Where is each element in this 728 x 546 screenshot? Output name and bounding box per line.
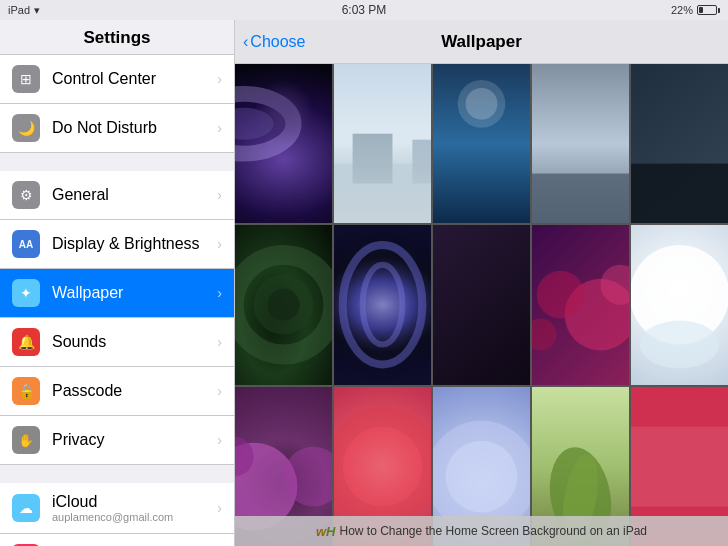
icloud-label-group: iCloud auplamenco@gmail.com xyxy=(52,493,217,523)
sidebar-label-general: General xyxy=(52,186,217,204)
svg-point-10 xyxy=(466,88,498,120)
wiki-h: H xyxy=(326,524,335,539)
svg-point-17 xyxy=(268,289,300,321)
chevron-icon: › xyxy=(217,383,222,399)
wallpaper-cell-4[interactable] xyxy=(532,64,629,223)
wallpaper-icon: ✦ xyxy=(12,279,40,307)
section-divider-1 xyxy=(0,153,234,171)
chevron-icon: › xyxy=(217,187,222,203)
svg-point-2 xyxy=(235,108,274,140)
back-label: Choose xyxy=(250,33,305,51)
sidebar-list: ⊞ Control Center › 🌙 Do Not Disturb › ⚙ … xyxy=(0,55,234,546)
detail-title: Wallpaper xyxy=(441,32,522,52)
sidebar-item-display[interactable]: AA Display & Brightness › xyxy=(0,220,234,269)
chevron-icon: › xyxy=(217,285,222,301)
sidebar-item-dnd[interactable]: 🌙 Do Not Disturb › xyxy=(0,104,234,153)
sidebar-label-privacy: Privacy xyxy=(52,431,217,449)
svg-rect-21 xyxy=(433,225,530,384)
chevron-icon: › xyxy=(217,71,222,87)
sidebar-label-sounds: Sounds xyxy=(52,333,217,351)
sidebar-label-icloud: iCloud xyxy=(52,493,217,511)
svg-rect-3 xyxy=(334,64,431,223)
status-right: 22% xyxy=(671,4,720,16)
dnd-icon: 🌙 xyxy=(12,114,40,142)
wiki-w: w xyxy=(316,524,326,539)
sidebar-item-privacy[interactable]: ✋ Privacy › xyxy=(0,416,234,465)
chevron-icon: › xyxy=(217,500,222,516)
wallpaper-cell-1[interactable] xyxy=(235,64,332,223)
privacy-icon: ✋ xyxy=(12,426,40,454)
svg-point-34 xyxy=(446,440,518,512)
detail-header: ‹ Choose Wallpaper xyxy=(235,20,728,64)
svg-rect-14 xyxy=(631,164,728,224)
wallpaper-cell-6[interactable] xyxy=(235,225,332,384)
control-center-icon: ⊞ xyxy=(12,65,40,93)
svg-rect-4 xyxy=(334,164,431,224)
general-icon: ⚙ xyxy=(12,181,40,209)
sidebar-header: Settings xyxy=(0,20,234,55)
sidebar-title: Settings xyxy=(83,28,150,47)
sidebar-label-wallpaper: Wallpaper xyxy=(52,284,217,302)
sidebar-label-passcode: Passcode xyxy=(52,382,217,400)
sidebar-item-control-center[interactable]: ⊞ Control Center › xyxy=(0,55,234,104)
chevron-icon: › xyxy=(217,120,222,136)
sidebar-label-control-center: Control Center xyxy=(52,70,217,88)
wallpaper-cell-10[interactable] xyxy=(631,225,728,384)
wiki-logo: wH xyxy=(316,524,336,539)
back-chevron-icon: ‹ xyxy=(243,33,248,51)
sounds-icon: 🔔 xyxy=(12,328,40,356)
svg-rect-38 xyxy=(631,426,728,506)
wallpaper-cell-2[interactable] xyxy=(334,64,431,223)
sidebar-item-icloud[interactable]: ☁ iCloud auplamenco@gmail.com › xyxy=(0,483,234,534)
wifi-icon: ▾ xyxy=(34,4,40,17)
chevron-icon: › xyxy=(217,236,222,252)
icloud-icon: ☁ xyxy=(12,494,40,522)
wallpaper-cell-3[interactable] xyxy=(433,64,530,223)
sidebar-item-itunes[interactable]: ♫ iTunes & App Store › xyxy=(0,534,234,546)
wallpaper-cell-8[interactable] xyxy=(433,225,530,384)
detail-panel: ‹ Choose Wallpaper xyxy=(235,20,728,546)
wallpaper-cell-5[interactable] xyxy=(631,64,728,223)
chevron-icon: › xyxy=(217,334,222,350)
watermark-text: How to Change the Home Screen Background… xyxy=(339,524,647,538)
wallpaper-cell-7[interactable] xyxy=(334,225,431,384)
icloud-sublabel: auplamenco@gmail.com xyxy=(52,511,217,523)
app-container: Settings ⊞ Control Center › 🌙 Do Not Dis… xyxy=(0,20,728,546)
battery-percent: 22% xyxy=(671,4,693,16)
sidebar-item-wallpaper[interactable]: ✦ Wallpaper › xyxy=(0,269,234,318)
svg-point-25 xyxy=(532,319,557,351)
wallpaper-cell-9[interactable] xyxy=(532,225,629,384)
svg-rect-6 xyxy=(353,134,393,184)
svg-point-27 xyxy=(640,321,720,369)
sidebar-item-passcode[interactable]: 🔒 Passcode › xyxy=(0,367,234,416)
svg-point-23 xyxy=(537,271,585,319)
sidebar-item-sounds[interactable]: 🔔 Sounds › xyxy=(0,318,234,367)
sidebar-item-general[interactable]: ⚙ General › xyxy=(0,171,234,220)
svg-point-32 xyxy=(343,426,423,506)
sidebar: Settings ⊞ Control Center › 🌙 Do Not Dis… xyxy=(0,20,235,546)
svg-rect-12 xyxy=(532,174,629,224)
status-bar: iPad ▾ 6:03 PM 22% xyxy=(0,0,728,20)
chevron-icon: › xyxy=(217,432,222,448)
watermark-bar: wH How to Change the Home Screen Backgro… xyxy=(235,516,728,546)
wallpaper-grid: wH How to Change the Home Screen Backgro… xyxy=(235,64,728,546)
status-time: 6:03 PM xyxy=(342,3,387,17)
passcode-icon: 🔒 xyxy=(12,377,40,405)
display-icon: AA xyxy=(12,230,40,258)
carrier-label: iPad xyxy=(8,4,30,16)
section-divider-2 xyxy=(0,465,234,483)
svg-rect-7 xyxy=(412,140,431,184)
back-button[interactable]: ‹ Choose xyxy=(243,33,305,51)
sidebar-label-display: Display & Brightness xyxy=(52,235,217,253)
sidebar-label-dnd: Do Not Disturb xyxy=(52,119,217,137)
battery-icon xyxy=(697,5,720,15)
status-left: iPad ▾ xyxy=(8,4,40,17)
